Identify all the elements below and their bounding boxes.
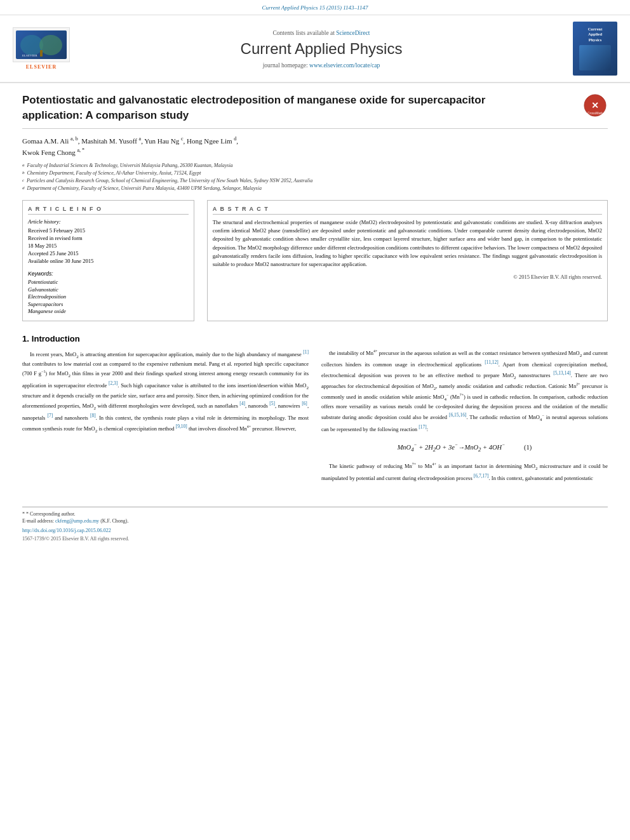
journal-ref: Current Applied Physics 15 (2015) 1143–1…: [262, 4, 368, 11]
doi-link[interactable]: http://dx.doi.org/10.1016/j.cap.2015.06.…: [22, 528, 111, 533]
elsevier-image-inner: ELSEVIER: [16, 30, 67, 59]
history-received: Received 5 February 2015: [28, 227, 189, 234]
abstract-copyright: © 2015 Elsevier B.V. All rights reserved…: [213, 274, 602, 280]
history-revised-date: 18 May 2015: [28, 243, 189, 249]
email-label: E-mail address:: [22, 518, 54, 524]
keyword-5: Manganese oxide: [28, 308, 189, 314]
section-number: 1.: [22, 334, 29, 343]
keywords-section: Keywords: Potentiostatic Galvanostatic E…: [28, 270, 189, 314]
homepage-text: journal homepage: www.elsevier.com/locat…: [70, 62, 573, 69]
body-left-col: In recent years, MnO2 is attracting atte…: [22, 349, 309, 488]
intro-left-paragraph: In recent years, MnO2 is attracting atte…: [22, 349, 309, 435]
email-line: E-mail address: ckfeng@ump.edu.my (K.F. …: [22, 518, 608, 524]
equation-box: MnO4− + 2H2O + 3e−→MnO2 + 4OH− (1): [321, 441, 608, 454]
equation-number: (1): [524, 443, 532, 453]
article-info-box: A R T I C L E I N F O Article history: R…: [22, 200, 194, 321]
banner-center: Contents lists available at ScienceDirec…: [70, 29, 573, 69]
section-title: Introduction: [32, 334, 80, 343]
corresponding-note: * * Corresponding author.: [22, 511, 608, 517]
email-link[interactable]: ckfeng@ump.edu.my: [55, 518, 99, 524]
elsevier-tree-icon: ELSEVIER: [19, 32, 64, 58]
abstract-heading: A B S T R A C T: [213, 206, 602, 215]
intro-right-paragraph-2: The kinetic pathway of reducing Mn7+ to …: [321, 462, 608, 483]
article-info-heading: A R T I C L E I N F O: [28, 206, 189, 215]
footer-copyright: 1567-1739/© 2015 Elsevier B.V. All right…: [22, 536, 608, 542]
abstract-text: The structural and electrochemical prope…: [213, 218, 602, 269]
equation-text: MnO4− + 2H2O + 3e−→MnO2 + 4OH−: [398, 441, 505, 454]
section-title-line: 1. Introduction: [22, 334, 608, 343]
article-history-label: Article history:: [28, 218, 189, 225]
crossmark-icon: ✕ CrossMark: [584, 94, 607, 117]
elsevier-image: ELSEVIER: [13, 27, 70, 62]
email-suffix: (K.F. Chong).: [100, 518, 128, 524]
paper-title: Potentiostatic and galvanostatic electro…: [22, 93, 520, 123]
elsevier-label: ELSEVIER: [26, 64, 57, 70]
journal-banner: ELSEVIER ELSEVIER Contents lists availab…: [0, 15, 630, 83]
abstract-box: A B S T R A C T The structural and elect…: [207, 200, 608, 321]
paper-content: Potentiostatic and galvanostatic electro…: [0, 83, 630, 554]
svg-rect-2: [40, 50, 43, 57]
svg-text:✕: ✕: [591, 100, 599, 110]
keyword-4: Supercapacitors: [28, 301, 189, 307]
affil-d: Department of Chemistry, Faculty of Scie…: [27, 185, 262, 192]
affil-c: Particles and Catalysis Research Group, …: [27, 177, 312, 185]
main-body: 1. Introduction In recent years, MnO2 is…: [22, 334, 608, 542]
history-accepted: Accepted 25 June 2015: [28, 250, 189, 257]
svg-point-1: [39, 35, 62, 55]
history-online: Available online 30 June 2015: [28, 258, 189, 264]
intro-right-paragraph-1: the instability of Mn4+ precursor in the…: [321, 349, 608, 434]
sciencedirect-link[interactable]: ScienceDirect: [336, 30, 370, 36]
keyword-1: Potentiostatic: [28, 279, 189, 285]
svg-text:ELSEVIER: ELSEVIER: [22, 54, 37, 57]
paper-title-section: Potentiostatic and galvanostatic electro…: [22, 93, 608, 129]
body-right-col: the instability of Mn4+ precursor in the…: [321, 349, 608, 488]
journal-top-bar: Current Applied Physics 15 (2015) 1143–1…: [0, 0, 630, 15]
authors-line: Gomaa A.M. Ali a, b, Mashitah M. Yusoff …: [22, 135, 608, 159]
footer-section: * * Corresponding author. E-mail address…: [22, 507, 608, 542]
history-revised: Received in revised form: [28, 235, 189, 241]
journal-thumbnail: Current Applied Physics: [573, 22, 617, 76]
journal-title-large: Current Applied Physics: [70, 40, 573, 58]
affil-b: Chemistry Department, Faculty of Science…: [27, 170, 201, 177]
keywords-heading: Keywords:: [28, 270, 189, 277]
body-columns: In recent years, MnO2 is attracting atte…: [22, 349, 608, 488]
crossmark: ✕ CrossMark: [582, 93, 608, 118]
homepage-link[interactable]: www.elsevier.com/locate/cap: [309, 62, 380, 69]
doi-line: http://dx.doi.org/10.1016/j.cap.2015.06.…: [22, 528, 608, 533]
keyword-2: Galvanostatic: [28, 286, 189, 293]
svg-text:CrossMark: CrossMark: [587, 111, 603, 115]
info-abstract-section: A R T I C L E I N F O Article history: R…: [22, 200, 608, 321]
affil-a: Faculty of Industrial Sciences & Technol…: [27, 162, 233, 170]
keyword-3: Electrodeposition: [28, 293, 189, 300]
elsevier-logo: ELSEVIER ELSEVIER: [13, 27, 70, 70]
affiliations: a Faculty of Industrial Sciences & Techn…: [22, 162, 608, 192]
sciencedirect-text: Contents lists available at ScienceDirec…: [70, 29, 573, 36]
